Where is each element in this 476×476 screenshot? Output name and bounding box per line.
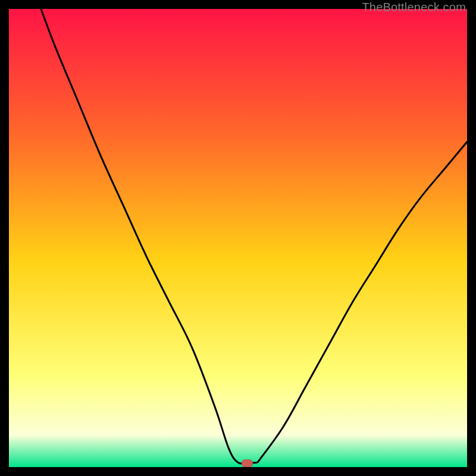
optimal-marker xyxy=(242,460,252,467)
bottleneck-chart xyxy=(9,9,467,467)
watermark-text: TheBottleneck.com xyxy=(362,1,466,14)
chart-frame: TheBottleneck.com xyxy=(0,0,476,476)
plot-area xyxy=(9,9,467,467)
gradient-background xyxy=(9,9,467,467)
